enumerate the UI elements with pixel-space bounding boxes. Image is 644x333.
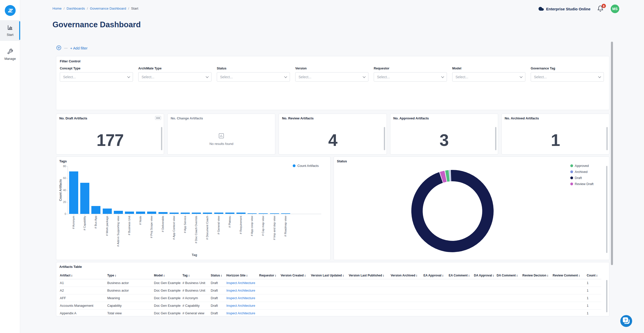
column-header-version-last-published[interactable]: Version Last Published▴▾ [348,272,390,279]
card-scrollbar[interactable] [606,166,607,253]
x-tick-mark [152,214,152,215]
legend-item-review-draft[interactable]: Review Draft [570,182,594,186]
empty-state: No results found [168,124,275,154]
column-header-version-created[interactable]: Version Created▴▾ [280,272,310,279]
y-tick-mark [67,190,68,191]
card-scrollbar[interactable] [384,127,385,150]
notifications-button[interactable]: 8 [597,5,604,12]
bar-roadmap-view[interactable] [281,213,290,214]
page-title: Governance Dashboard [52,20,141,29]
y-tick-mark [67,202,68,202]
column-header-requestor[interactable]: Requestor▴▾ [259,272,280,279]
inspect-architecture-link[interactable]: Inspect Architecture [226,304,255,308]
table-cell-empty [522,294,552,302]
bar-document-coach[interactable] [203,213,212,214]
bar-add-in-supporting-view[interactable] [114,211,123,214]
add-filter-button[interactable]: + Add filter [70,46,88,50]
filter-select-model[interactable]: Select... [452,72,525,82]
column-header-da-approval[interactable]: DA Approval▴▾ [473,272,496,279]
card-scrollbar[interactable] [606,280,607,312]
legend-item-archived[interactable]: Archived [570,170,594,174]
legend-dot [570,164,573,167]
bar-business-unit[interactable] [125,212,134,214]
column-header-review-comment[interactable]: Review Comment▴▾ [552,272,586,279]
filter-select-concept-type[interactable]: Select... [60,72,133,82]
bar-acronym[interactable] [69,171,78,214]
column-header-status[interactable]: Status▴▾ [210,272,226,279]
sort-icon: ▴▾ [221,274,222,277]
x-category-label: # Cap map view [261,216,265,236]
bar-app-coop-view[interactable] [248,213,257,214]
bar-cap-map-view[interactable] [259,213,268,214]
breadcrumb-item-dashboards[interactable]: Dashboards [67,7,85,10]
status-donut-chart[interactable] [410,168,495,254]
bar-deliverable[interactable] [158,212,168,214]
column-header-label: Review Comment [553,274,578,277]
card-scrollbar[interactable] [161,127,162,150]
filter-select-governance-tag[interactable]: Select... [531,72,604,82]
card-menu-button[interactable] [155,116,161,120]
filter-icon[interactable] [56,45,62,52]
breadcrumb-item-home[interactable]: Home [52,7,62,10]
column-header-ea-approval[interactable]: EA Approval▴▾ [423,272,448,279]
chevron-down-icon [441,75,444,78]
sidebar-item-manage[interactable]: Manage [0,44,20,65]
bar-node[interactable] [136,212,145,214]
table-cell: Doc Gen Example [153,294,182,302]
card-scrollbar[interactable] [606,127,608,150]
donut-segment-draft[interactable] [416,174,490,248]
bar-doc-coach-override[interactable] [192,213,201,214]
bar-bus-app[interactable] [91,206,100,214]
filter-select-requestor[interactable]: Select... [374,72,447,82]
filter-concept-type: Concept TypeSelect... [60,67,133,82]
sort-icon: ▴▾ [343,274,344,277]
tags-plot-area: 020406080 [68,166,321,214]
help-chat-button[interactable]: ? [620,315,632,327]
bar-plateau[interactable] [225,213,234,214]
column-header-version-last-updated[interactable]: Version Last Updated▴▾ [310,272,348,279]
sort-icon: ▴▾ [579,274,580,277]
avatar[interactable]: MS [611,5,619,13]
column-header-tag[interactable]: Tag▴▾ [182,272,210,279]
table-cell: Doc Gen Example [153,310,182,317]
bar-work-package[interactable] [103,209,112,214]
legend-item-draft[interactable]: Draft [570,176,594,180]
x-category-label: # Add-in Supporting view [116,216,120,247]
bar-app-context-view[interactable] [170,213,179,214]
sidebar-item-label: Manage [4,57,16,61]
bar-imp-and-dep-view[interactable] [270,213,279,214]
column-header-da-comment[interactable]: DA Comment▴▾ [496,272,522,279]
breadcrumb-item-governance-dashboard[interactable]: Governance Dashboard [90,7,126,10]
column-header-type[interactable]: Type▴▾ [107,272,153,279]
x-category-label: # Deliverable [161,216,165,232]
column-header-artifact[interactable]: Artifact▴▾ [59,272,107,279]
filter-select-version[interactable]: Select... [295,72,368,82]
inspect-architecture-link[interactable]: Inspect Architecture [226,311,255,315]
card-scrollbar[interactable] [495,127,496,150]
bar-general-view[interactable] [214,213,223,214]
app-logo-icon[interactable]: ZZ [5,5,16,16]
bar-capability[interactable] [80,183,89,214]
column-header-count[interactable]: Count▴▾ [586,272,601,279]
inspect-architecture-link[interactable]: Inspect Architecture [226,281,255,285]
legend-item-approved[interactable]: Approved [570,164,594,168]
column-header-horizzon-site[interactable]: Horizzon Site▴▾ [226,272,259,279]
column-header-model[interactable]: Model▴▾ [153,272,182,279]
bar-proj-scope-view[interactable] [147,212,156,214]
sort-icon: ▴▾ [305,274,305,277]
page-scrollbar[interactable] [611,40,613,333]
column-header-version-archived[interactable]: Version Archived▴▾ [390,272,423,279]
sidebar-item-start[interactable]: Start [0,20,20,41]
inspect-architecture-link[interactable]: Inspect Architecture [226,289,255,292]
column-header-ea-comment[interactable]: EA Comment▴▾ [448,272,473,279]
column-header-review-decision[interactable]: Review Decision▴▾ [522,272,552,279]
scrollbar-thumb[interactable] [611,42,613,265]
filter-select-archimate-type[interactable]: Select... [138,72,211,82]
inspect-architecture-link[interactable]: Inspect Architecture [226,296,255,300]
bar-app-service[interactable] [181,213,190,214]
table-cell-empty [522,302,552,310]
table-cell: Inspect Architecture [226,287,259,294]
table-cell-empty [423,287,448,294]
bar-requirement[interactable] [236,213,246,214]
filter-select-status[interactable]: Select... [217,72,290,82]
